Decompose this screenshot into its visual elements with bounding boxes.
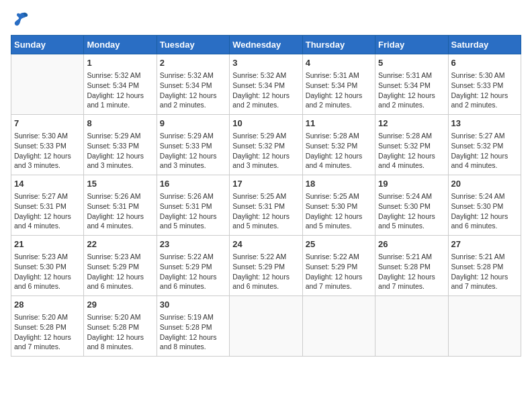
week-row-1: 1Sunrise: 5:32 AMSunset: 5:34 PMDaylight… [11,54,521,115]
day-number: 6 [451,57,518,69]
day-number: 17 [232,178,299,190]
day-info: Sunrise: 5:24 AMSunset: 5:30 PMDaylight:… [378,191,445,231]
day-info: Sunrise: 5:21 AMSunset: 5:28 PMDaylight:… [451,252,518,291]
day-number: 5 [378,57,445,69]
day-cell [302,296,375,357]
day-info: Sunrise: 5:32 AMSunset: 5:34 PMDaylight:… [87,71,153,110]
calendar-table: SundayMondayTuesdayWednesdayThursdayFrid… [11,35,521,357]
day-cell [448,296,521,357]
day-info: Sunrise: 5:32 AMSunset: 5:34 PMDaylight:… [160,71,226,110]
day-cell: 11Sunrise: 5:28 AMSunset: 5:32 PMDayligh… [302,115,375,175]
day-number: 21 [14,238,81,250]
column-header-wednesday: Wednesday [230,36,302,54]
week-row-5: 28Sunrise: 5:20 AMSunset: 5:28 PMDayligh… [11,296,521,357]
day-info: Sunrise: 5:26 AMSunset: 5:31 PMDaylight:… [87,191,153,231]
day-cell: 5Sunrise: 5:31 AMSunset: 5:34 PMDaylight… [375,54,448,115]
day-cell [230,296,302,357]
day-number: 22 [87,238,153,250]
column-header-thursday: Thursday [302,36,375,54]
day-info: Sunrise: 5:26 AMSunset: 5:31 PMDaylight:… [160,191,226,231]
day-cell: 8Sunrise: 5:29 AMSunset: 5:33 PMDaylight… [84,115,157,175]
day-number: 9 [160,118,226,130]
day-info: Sunrise: 5:27 AMSunset: 5:32 PMDaylight:… [451,131,518,171]
day-info: Sunrise: 5:28 AMSunset: 5:32 PMDaylight:… [378,131,445,171]
day-cell: 22Sunrise: 5:23 AMSunset: 5:29 PMDayligh… [84,236,157,296]
day-cell: 29Sunrise: 5:20 AMSunset: 5:28 PMDayligh… [84,296,157,357]
day-number: 18 [306,178,372,190]
day-cell: 18Sunrise: 5:25 AMSunset: 5:30 PMDayligh… [302,175,375,236]
day-cell [375,296,448,357]
day-info: Sunrise: 5:29 AMSunset: 5:33 PMDaylight:… [87,131,153,171]
day-info: Sunrise: 5:25 AMSunset: 5:30 PMDaylight:… [306,191,372,231]
day-cell: 28Sunrise: 5:20 AMSunset: 5:28 PMDayligh… [11,296,84,357]
day-info: Sunrise: 5:25 AMSunset: 5:31 PMDaylight:… [232,191,299,231]
column-header-friday: Friday [375,36,448,54]
day-number: 2 [160,57,226,69]
day-cell: 27Sunrise: 5:21 AMSunset: 5:28 PMDayligh… [448,236,521,296]
day-number: 25 [306,238,372,250]
day-number: 28 [14,299,81,311]
day-cell [11,54,84,115]
day-info: Sunrise: 5:22 AMSunset: 5:29 PMDaylight:… [160,252,226,291]
day-number: 26 [378,238,445,250]
calendar-header-row: SundayMondayTuesdayWednesdayThursdayFrid… [11,36,521,54]
day-cell: 25Sunrise: 5:22 AMSunset: 5:29 PMDayligh… [302,236,375,296]
day-info: Sunrise: 5:22 AMSunset: 5:29 PMDaylight:… [232,252,299,291]
day-number: 13 [451,118,518,130]
day-info: Sunrise: 5:21 AMSunset: 5:28 PMDaylight:… [378,252,445,291]
day-number: 16 [160,178,226,190]
day-cell: 17Sunrise: 5:25 AMSunset: 5:31 PMDayligh… [230,175,302,236]
day-cell: 2Sunrise: 5:32 AMSunset: 5:34 PMDaylight… [157,54,229,115]
day-number: 24 [232,238,299,250]
week-row-4: 21Sunrise: 5:23 AMSunset: 5:30 PMDayligh… [11,236,521,296]
day-info: Sunrise: 5:24 AMSunset: 5:30 PMDaylight:… [451,191,518,231]
day-cell: 3Sunrise: 5:32 AMSunset: 5:34 PMDaylight… [230,54,302,115]
day-number: 7 [14,118,81,130]
day-info: Sunrise: 5:23 AMSunset: 5:29 PMDaylight:… [87,252,153,291]
week-row-2: 7Sunrise: 5:30 AMSunset: 5:33 PMDaylight… [11,115,521,175]
day-cell: 20Sunrise: 5:24 AMSunset: 5:30 PMDayligh… [448,175,521,236]
day-info: Sunrise: 5:28 AMSunset: 5:32 PMDaylight:… [306,131,372,171]
day-number: 15 [87,178,153,190]
day-cell: 19Sunrise: 5:24 AMSunset: 5:30 PMDayligh… [375,175,448,236]
day-number: 10 [232,118,299,130]
day-info: Sunrise: 5:29 AMSunset: 5:32 PMDaylight:… [232,131,299,171]
day-cell: 4Sunrise: 5:31 AMSunset: 5:34 PMDaylight… [302,54,375,115]
logo [11,11,32,30]
day-info: Sunrise: 5:23 AMSunset: 5:30 PMDaylight:… [14,252,81,291]
day-number: 27 [451,238,518,250]
column-header-monday: Monday [84,36,157,54]
day-cell: 12Sunrise: 5:28 AMSunset: 5:32 PMDayligh… [375,115,448,175]
day-info: Sunrise: 5:20 AMSunset: 5:28 PMDaylight:… [14,312,81,352]
day-cell: 26Sunrise: 5:21 AMSunset: 5:28 PMDayligh… [375,236,448,296]
day-info: Sunrise: 5:30 AMSunset: 5:33 PMDaylight:… [14,131,81,171]
day-number: 19 [378,178,445,190]
day-cell: 6Sunrise: 5:30 AMSunset: 5:33 PMDaylight… [448,54,521,115]
day-number: 14 [14,178,81,190]
day-number: 29 [87,299,153,311]
day-number: 23 [160,238,226,250]
day-info: Sunrise: 5:22 AMSunset: 5:29 PMDaylight:… [306,252,372,291]
day-number: 30 [160,299,226,311]
page-header [11,11,521,30]
day-cell: 14Sunrise: 5:27 AMSunset: 5:31 PMDayligh… [11,175,84,236]
day-info: Sunrise: 5:29 AMSunset: 5:33 PMDaylight:… [160,131,226,171]
week-row-3: 14Sunrise: 5:27 AMSunset: 5:31 PMDayligh… [11,175,521,236]
column-header-tuesday: Tuesday [157,36,229,54]
day-number: 11 [306,118,372,130]
logo-icon [11,11,30,30]
day-info: Sunrise: 5:20 AMSunset: 5:28 PMDaylight:… [87,312,153,352]
day-cell: 16Sunrise: 5:26 AMSunset: 5:31 PMDayligh… [157,175,229,236]
day-number: 20 [451,178,518,190]
day-number: 4 [306,57,372,69]
day-cell: 1Sunrise: 5:32 AMSunset: 5:34 PMDaylight… [84,54,157,115]
day-number: 3 [232,57,299,69]
day-cell: 13Sunrise: 5:27 AMSunset: 5:32 PMDayligh… [448,115,521,175]
column-header-sunday: Sunday [11,36,84,54]
day-info: Sunrise: 5:27 AMSunset: 5:31 PMDaylight:… [14,191,81,231]
day-number: 12 [378,118,445,130]
day-cell: 23Sunrise: 5:22 AMSunset: 5:29 PMDayligh… [157,236,229,296]
calendar-body: 1Sunrise: 5:32 AMSunset: 5:34 PMDaylight… [11,54,521,357]
day-info: Sunrise: 5:31 AMSunset: 5:34 PMDaylight:… [378,71,445,110]
day-cell: 30Sunrise: 5:19 AMSunset: 5:28 PMDayligh… [157,296,229,357]
